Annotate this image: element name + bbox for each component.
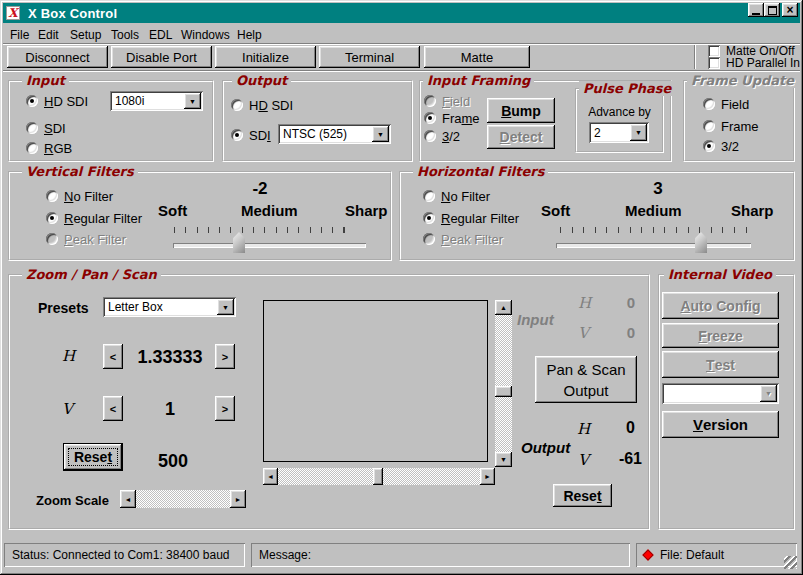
radio-hfilter-regular[interactable]: Regular Filter	[423, 211, 519, 225]
toolbar-button-terminal[interactable]: Terminal	[319, 46, 420, 68]
radio-hfilter-none[interactable]: No Filter	[423, 189, 490, 203]
chevron-down-icon: ▼	[760, 385, 777, 402]
resize-grip[interactable]	[784, 556, 797, 569]
hd-parallel-in-label: HD Parallel In	[726, 56, 800, 70]
pan-scan-output-line1: Pan & Scan	[546, 359, 625, 380]
hfilter-medium-label: Medium	[625, 202, 682, 219]
v-zoom-decrement-button[interactable]: <	[103, 396, 123, 421]
vfilter-soft-label: Soft	[158, 202, 187, 219]
maximize-button[interactable]	[764, 3, 780, 17]
radio-framing-frame[interactable]: Frame	[424, 111, 480, 125]
radio-update-field[interactable]: Field	[703, 97, 749, 111]
zoom-reset-button[interactable]: Reset	[64, 444, 122, 470]
radio-input-rgb[interactable]: RGB	[26, 141, 72, 155]
advance-by-dropdown[interactable]: 2 ▼	[589, 122, 649, 143]
pulse-phase-group: Pulse Phase	[575, 88, 664, 153]
radio-icon	[424, 130, 436, 142]
radio-input-hd-sdi[interactable]: HD SDI	[26, 94, 88, 108]
minimize-icon	[752, 13, 760, 15]
preview-vscrollbar-track[interactable]	[495, 300, 512, 467]
output-format-dropdown[interactable]: NTSC (525) ▼	[278, 124, 391, 144]
preview-hscrollbar-thumb[interactable]	[373, 468, 383, 485]
radio-label: Field	[721, 97, 749, 112]
preview-scroll-down-button[interactable]: ▼	[495, 452, 512, 467]
radio-output-hd-sdi[interactable]: HD SDI	[231, 98, 293, 112]
preview-vscrollbar-thumb[interactable]	[495, 386, 512, 397]
zoom-scale-right-button[interactable]: ►	[230, 490, 246, 508]
toolbar-button-matte[interactable]: Matte	[424, 46, 530, 68]
chevron-down-icon[interactable]: ▼	[217, 299, 234, 315]
hd-parallel-in-checkbox[interactable]	[708, 57, 720, 69]
zoom-scale-track[interactable]	[136, 490, 230, 508]
menu-tools[interactable]: Tools	[108, 27, 142, 43]
menu-windows[interactable]: Windows	[178, 27, 233, 43]
h-zoom-decrement-button[interactable]: <	[103, 344, 123, 369]
presets-value: Letter Box	[108, 300, 163, 314]
pan-output-reset-button[interactable]: Reset	[553, 484, 612, 507]
close-button[interactable]: ×	[782, 3, 798, 17]
radio-label: 3/2	[442, 129, 460, 144]
radio-label: Frame	[721, 119, 759, 134]
radio-update-frame[interactable]: Frame	[703, 119, 759, 133]
toolbar-button-disconnect[interactable]: Disconnect	[7, 46, 108, 68]
zoom-value: 500	[148, 451, 198, 472]
version-button[interactable]: Version	[662, 411, 779, 438]
message-text: Message:	[259, 543, 630, 567]
preview-scroll-left-button[interactable]: ◄	[263, 468, 278, 485]
radio-update-3-2[interactable]: 3/2	[703, 139, 739, 153]
radio-vfilter-regular[interactable]: Regular Filter	[46, 211, 142, 225]
toolbar-button-initialize[interactable]: Initialize	[215, 46, 316, 68]
chevron-down-icon[interactable]: ▼	[630, 124, 647, 141]
chevron-down-icon[interactable]: ▼	[184, 93, 201, 109]
matte-onoff-checkbox[interactable]	[708, 45, 720, 57]
vfilter-medium-label: Medium	[241, 202, 298, 219]
pan-scan-output-button[interactable]: Pan & Scan Output	[535, 356, 637, 403]
h-zoom-increment-button[interactable]: >	[215, 344, 235, 369]
radio-label: Frame	[442, 111, 480, 126]
zoom-scale-left-button[interactable]: ◄	[120, 490, 136, 508]
presets-dropdown[interactable]: Letter Box ▼	[103, 297, 236, 317]
title-bar: X X Box Control	[3, 3, 800, 23]
app-icon[interactable]: X	[6, 6, 20, 20]
toolbar-button-disable-port[interactable]: Disable Port	[111, 46, 212, 68]
file-panel: File: Default	[636, 543, 797, 567]
radio-hfilter-peak: Peak Filter	[423, 232, 503, 246]
radio-vfilter-none[interactable]: No Filter	[46, 189, 113, 203]
radio-input-sdi[interactable]: SDI	[26, 121, 66, 135]
menu-help[interactable]: Help	[234, 27, 265, 43]
radio-output-sdi[interactable]: SDI	[231, 128, 271, 142]
minimize-button[interactable]	[748, 3, 764, 17]
pan-scan-preview[interactable]	[263, 300, 488, 462]
menu-file[interactable]: File	[7, 27, 32, 43]
status-panel: Status: Connected to Com1: 38400 baud	[4, 543, 245, 567]
radio-label: Regular Filter	[64, 211, 142, 226]
vfilter-slider-track[interactable]	[173, 243, 366, 248]
internal-video-dropdown[interactable]: ▼	[662, 383, 779, 404]
hfilter-slider-track[interactable]	[556, 243, 751, 248]
v-zoom-increment-button[interactable]: >	[215, 396, 235, 421]
advance-by-value: 2	[594, 126, 601, 140]
preview-scroll-up-button[interactable]: ▲	[495, 300, 512, 315]
pan-scan-output-line2: Output	[563, 380, 608, 401]
input-format-value: 1080i	[115, 94, 144, 108]
output-group-title: Output	[232, 73, 291, 88]
input-format-dropdown[interactable]: 1080i ▼	[110, 91, 203, 111]
menu-edit[interactable]: Edit	[35, 27, 62, 43]
chevron-down-icon[interactable]: ▼	[372, 126, 389, 142]
vfilter-slider-ticks	[174, 227, 355, 233]
radio-label: HD SDI	[249, 98, 293, 113]
menu-edl[interactable]: EDL	[146, 27, 175, 43]
radio-framing-3-2[interactable]: 3/2	[424, 129, 460, 143]
radio-icon	[26, 142, 38, 154]
frame-update-group-title: Frame Update	[687, 73, 798, 88]
test-button: Test	[662, 351, 779, 378]
radio-icon	[231, 99, 243, 111]
menu-setup[interactable]: Setup	[67, 27, 104, 43]
radio-label: Peak Filter	[64, 232, 126, 247]
preview-scroll-right-button[interactable]: ►	[480, 468, 495, 485]
radio-label: HD SDI	[44, 94, 88, 109]
bump-button[interactable]: Bump	[487, 98, 555, 123]
auto-config-button: Auto Config	[662, 292, 779, 319]
radio-icon	[231, 129, 243, 141]
close-icon: ×	[786, 4, 793, 16]
